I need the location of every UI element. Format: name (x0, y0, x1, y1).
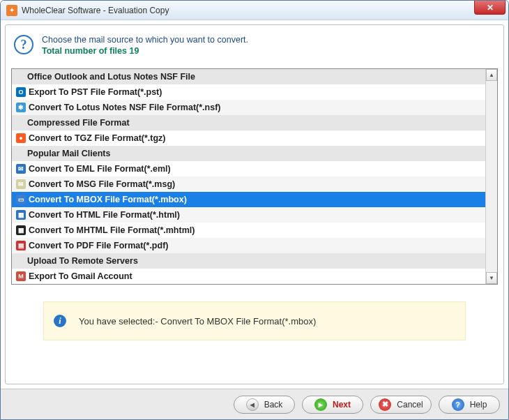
next-arrow-icon: ► (314, 398, 327, 411)
list-item-label: Convert to TGZ File Format(*.tgz) (29, 133, 166, 143)
eml-icon: ✉ (15, 163, 27, 174)
list-item-label: Convert To MSG File Format(*.msg) (29, 179, 175, 189)
cancel-button[interactable]: ✖ Cancel (370, 396, 432, 414)
list-item[interactable]: ▦Convert To MHTML File Format(*.mhtml) (12, 223, 485, 238)
scrollbar[interactable]: ▲ ▼ (485, 69, 497, 284)
msg-icon: ✉ (15, 179, 27, 190)
list-item[interactable]: ▤Convert To PDF File Format(*.pdf) (12, 238, 485, 253)
list-item-label: Convert To MBOX File Format(*.mbox) (29, 195, 187, 204)
pdf-icon: ▤ (15, 240, 27, 251)
scroll-up-button[interactable]: ▲ (486, 69, 497, 81)
file-count-text: Total number of files 19 (42, 46, 248, 56)
main-panel: ? Choose the mail source to which you wa… (5, 24, 504, 384)
info-icon: i (54, 315, 66, 327)
list-item[interactable]: ✉Convert To EML File Format(*.eml) (12, 161, 485, 177)
tgz-icon: ● (15, 133, 27, 144)
app-window: ✦ WholeClear Software - Evaluation Copy … (0, 0, 509, 420)
list-item-label: Convert To Lotus Notes NSF File Format(*… (29, 103, 220, 112)
list-item[interactable]: OExport To PST File Format(*.pst) (12, 84, 485, 100)
title-bar: ✦ WholeClear Software - Evaluation Copy … (1, 1, 508, 20)
list-item-label: Convert To HTML File Format(*.html) (29, 210, 180, 220)
app-icon: ✦ (6, 5, 17, 16)
format-list[interactable]: Office Outlook and Lotus Notes NSF FileO… (12, 69, 485, 284)
list-item-label: Convert To EML File Format(*.eml) (29, 164, 171, 174)
list-item[interactable]: ▭Convert To MBOX File Format(*.mbox) (12, 192, 485, 207)
back-button[interactable]: ◄ Back (234, 396, 295, 414)
scroll-down-button[interactable]: ▼ (486, 272, 497, 284)
lotus-icon: ✱ (15, 102, 27, 113)
cancel-icon: ✖ (379, 398, 391, 411)
instruction-text: Choose the mail source to which you want… (42, 35, 248, 45)
selection-notice: i You have selected:- Convert To MBOX Fi… (43, 301, 466, 340)
window-title: WholeClear Software - Evaluation Copy (22, 6, 169, 15)
list-item[interactable]: ✱Convert To Lotus Notes NSF File Format(… (12, 100, 485, 115)
back-arrow-icon: ◄ (246, 398, 259, 411)
list-item[interactable]: ▦Convert To HTML File Format(*.html) (12, 207, 485, 223)
mbox-icon: ▭ (15, 194, 27, 205)
content-area: ? Choose the mail source to which you wa… (1, 20, 508, 389)
html-icon: ▦ (15, 209, 27, 220)
list-section-header: Popular Mail Clients (12, 146, 485, 161)
close-button[interactable]: ✕ (474, 1, 506, 15)
mhtml-icon: ▦ (15, 225, 27, 236)
list-item-label: Export To PST File Format(*.pst) (29, 87, 162, 97)
format-list-container: Office Outlook and Lotus Notes NSF FileO… (11, 68, 498, 285)
selection-message: You have selected:- Convert To MBOX File… (79, 316, 316, 327)
help-button[interactable]: ? Help (439, 396, 500, 414)
list-item-label: Export To Gmail Account (29, 271, 132, 281)
list-item[interactable]: ●Convert to TGZ File Format(*.tgz) (12, 130, 485, 146)
list-section-header: Upload To Remote Servers (12, 253, 485, 269)
list-section-header: Compressed File Format (12, 115, 485, 130)
gmail-icon: M (15, 271, 27, 282)
list-item[interactable]: MExport To Gmail Account (12, 269, 485, 284)
help-icon: ? (452, 398, 464, 411)
question-icon: ? (14, 35, 33, 54)
instruction-block: ? Choose the mail source to which you wa… (11, 31, 498, 68)
footer-bar: ◄ Back ► Next ✖ Cancel ? Help (1, 389, 508, 419)
list-section-header: Office Outlook and Lotus Notes NSF File (12, 69, 485, 84)
next-button[interactable]: ► Next (302, 396, 363, 414)
list-item-label: Convert To PDF File Format(*.pdf) (29, 241, 168, 250)
list-item-label: Convert To MHTML File Format(*.mhtml) (29, 225, 195, 235)
list-item[interactable]: ✉Convert To MSG File Format(*.msg) (12, 177, 485, 192)
outlook-icon: O (15, 87, 27, 98)
